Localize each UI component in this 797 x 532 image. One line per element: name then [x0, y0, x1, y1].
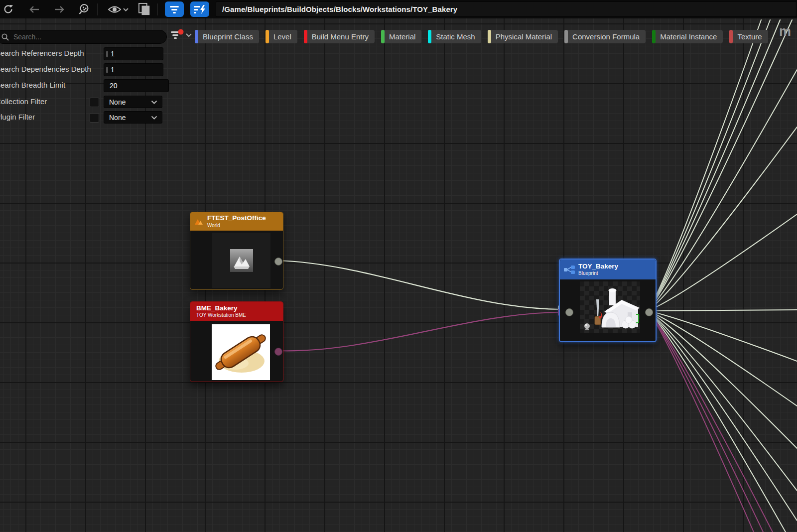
drag-handle[interactable] [106, 51, 108, 57]
node-subtitle: Blueprint [578, 270, 618, 276]
chip-color-bar [652, 30, 656, 43]
chip-label: Material [389, 32, 415, 41]
chevron-down-icon [151, 116, 157, 120]
graph-node-toy-bakery[interactable]: TOY_Bakery Blueprint [559, 259, 657, 342]
chip-label: Texture [737, 32, 762, 41]
search-icon [1, 33, 9, 41]
world-mountain-icon [194, 218, 204, 226]
dependencies-depth-field[interactable]: 1 [104, 63, 163, 76]
chip-label: Physical Material [496, 32, 552, 41]
collection-filter-dropdown[interactable]: None [104, 96, 162, 108]
label-breadth-limit: Search Breadth Limit [0, 81, 65, 89]
toolbar-separator [157, 3, 158, 15]
graph-node-bme-bakery[interactable]: BME_Bakery TOY Workstation BME [190, 301, 283, 382]
filter-chip-conversion-formula[interactable]: Conversion Formula [564, 30, 646, 43]
asset-type-filter-chips: Blueprint ClassLevelBuild Menu EntryMate… [195, 30, 768, 43]
node-thumbnail-rolling-pin [212, 324, 270, 380]
filter-active-badge [178, 29, 184, 35]
filter-chip-material[interactable]: Material [381, 30, 421, 43]
chevron-down-icon [124, 8, 128, 11]
output-pin[interactable] [274, 258, 282, 266]
toolbar-separator [97, 3, 98, 15]
node-thumbnail-bakery [580, 281, 640, 333]
filter-chip-blueprint-class[interactable]: Blueprint Class [195, 30, 259, 43]
referencers-depth-field[interactable]: 1 [104, 47, 163, 60]
copy-button[interactable] [138, 3, 151, 16]
chip-color-bar [304, 30, 307, 43]
chip-label: Conversion Formula [572, 32, 640, 41]
filter-chip-physical-material[interactable]: Physical Material [488, 30, 558, 43]
filter-chip-static-mesh[interactable]: Static Mesh [428, 30, 481, 43]
node-title: BME_Bakery [196, 305, 246, 312]
node-thumbnail-world [212, 233, 270, 288]
node-header[interactable]: FTEST_PostOffice World [190, 212, 283, 231]
forward-button[interactable] [53, 3, 66, 16]
label-collection-filter: Collection Filter [0, 97, 47, 106]
chevron-down-icon [151, 100, 157, 105]
view-options-button[interactable] [108, 3, 130, 16]
chip-color-bar [266, 30, 269, 43]
chip-label: Material Instance [660, 32, 717, 41]
zoom-to-fit-button[interactable] [78, 3, 91, 16]
filter-chip-build-menu-entry[interactable]: Build Menu Entry [304, 30, 375, 43]
field-value: 20 [110, 82, 118, 90]
node-title: FTEST_PostOffice [207, 215, 266, 222]
dropdown-value: None [109, 98, 126, 106]
chip-label: Build Menu Entry [312, 32, 369, 41]
filter-lightning-button[interactable] [190, 1, 209, 17]
chip-color-bar [381, 30, 385, 43]
drag-handle[interactable] [106, 67, 108, 73]
filter-chip-level[interactable]: Level [266, 30, 297, 43]
node-subtitle: TOY Workstation BME [196, 312, 246, 318]
chip-color-bar [488, 30, 491, 43]
label-plugin-filter: Plugin Filter [0, 113, 35, 121]
filter-options-button[interactable] [167, 29, 194, 42]
chip-color-bar [195, 30, 198, 43]
chip-label: Static Mesh [436, 32, 475, 41]
plugin-filter-dropdown[interactable]: None [104, 111, 162, 124]
chip-label: Blueprint Class [203, 32, 253, 41]
plugin-filter-checkbox[interactable] [90, 113, 99, 123]
search-input[interactable] [12, 32, 149, 41]
breadth-limit-field[interactable]: 20 [104, 79, 169, 92]
node-header[interactable]: TOY_Bakery Blueprint [560, 260, 656, 279]
refresh-button[interactable] [1, 3, 14, 16]
chip-label: Level [273, 32, 291, 41]
chip-color-bar [564, 30, 568, 43]
node-title: TOY_Bakery [578, 263, 618, 270]
offscreen-node-title: m [779, 24, 791, 39]
chip-color-bar [428, 30, 431, 43]
label-dependencies-depth: Search Dependencies Depth [0, 65, 91, 73]
toolbar: /Game/Blueprints/BuildObjects/Blocks/Wor… [0, 0, 797, 18]
chevron-down-icon [186, 34, 191, 36]
output-pin[interactable] [274, 348, 282, 356]
collection-filter-checkbox[interactable] [90, 98, 99, 107]
node-subtitle: World [207, 223, 266, 228]
asset-path-breadcrumb[interactable]: /Game/Blueprints/BuildObjects/Blocks/Wor… [216, 1, 797, 17]
filter-chip-material-instance[interactable]: Material Instance [652, 30, 723, 43]
blueprint-graph-icon [564, 266, 575, 274]
field-value: 1 [111, 66, 115, 74]
world-asset-icon [230, 249, 253, 272]
rolling-pin-image [212, 324, 270, 380]
preview-sphere-icon [583, 323, 591, 331]
label-referencers-depth: Search Referencers Depth [0, 49, 84, 57]
node-header[interactable]: BME_Bakery TOY Workstation BME [190, 302, 283, 321]
field-value: 1 [111, 50, 115, 58]
dropdown-value: None [109, 114, 126, 122]
output-pin[interactable] [645, 308, 653, 316]
filter-button[interactable] [165, 1, 184, 17]
reference-viewer-window: m FTEST_PostOffice World [0, 0, 797, 532]
input-pin[interactable] [565, 308, 573, 316]
search-bar[interactable] [0, 30, 167, 44]
chip-color-bar [729, 30, 733, 43]
graph-node-ftest-postoffice[interactable]: FTEST_PostOffice World [190, 212, 283, 290]
back-button[interactable] [27, 3, 40, 16]
filter-chip-texture[interactable]: Texture [729, 30, 768, 43]
